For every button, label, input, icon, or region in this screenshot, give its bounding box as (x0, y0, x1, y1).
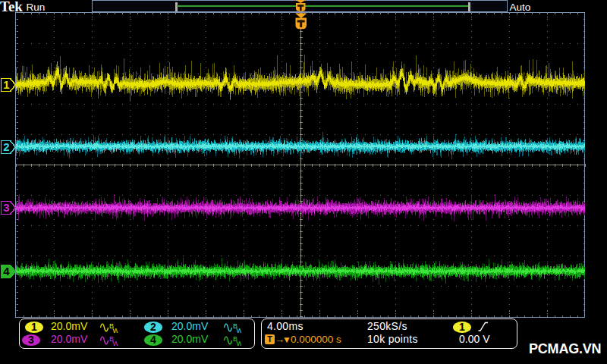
svg-text:4: 4 (3, 265, 10, 278)
svg-text:2: 2 (3, 140, 9, 153)
svg-text:3: 3 (3, 201, 9, 214)
svg-text:1: 1 (3, 78, 9, 91)
